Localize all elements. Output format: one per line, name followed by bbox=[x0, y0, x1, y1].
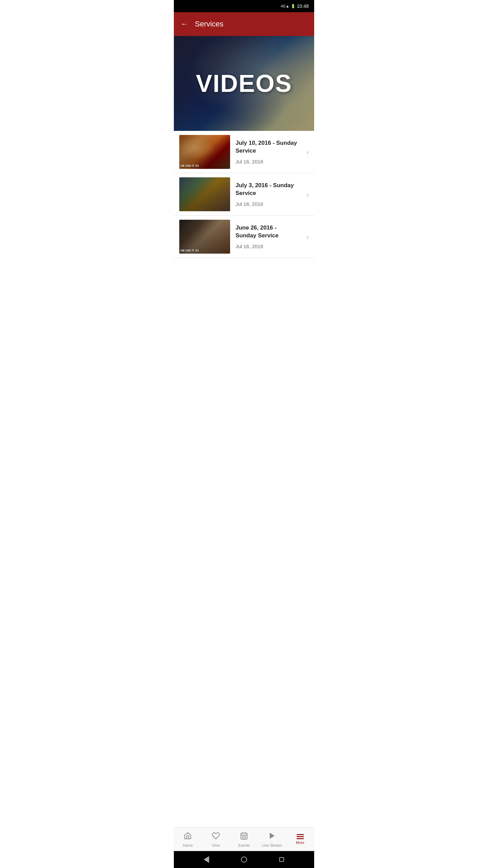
list-item[interactable]: HE DID IT 23 July 10, 2016 - Sunday Serv… bbox=[174, 131, 314, 173]
video-thumbnail bbox=[179, 177, 230, 211]
nav-label-give: Give bbox=[212, 843, 220, 847]
android-nav-bar bbox=[174, 851, 314, 868]
hero-title: VIDEOS bbox=[196, 70, 292, 97]
header: ← Services bbox=[174, 12, 314, 36]
thumb-label-1: HE DID IT 23 bbox=[181, 164, 199, 167]
calendar-icon bbox=[240, 832, 248, 842]
chevron-right-icon: › bbox=[306, 191, 309, 198]
thumb-label-3: HE DID IT 23 bbox=[181, 249, 199, 252]
list-item[interactable]: HE DID IT 23 June 26, 2016 - Sunday Serv… bbox=[174, 216, 314, 258]
signal-icon: 4G▲ bbox=[281, 4, 289, 8]
chevron-right-icon: › bbox=[306, 233, 309, 241]
nav-label-home: Home bbox=[183, 843, 193, 847]
video-info: July 3, 2016 - Sunday Service Jul 16, 20… bbox=[230, 179, 304, 209]
nav-item-events[interactable]: Events bbox=[230, 828, 258, 851]
video-info: June 26, 2016 - Sunday Service Jul 16, 2… bbox=[230, 221, 304, 252]
nav-label-livestream: Live Stream bbox=[262, 843, 282, 847]
nav-label-more: More bbox=[296, 841, 304, 845]
video-date: Jul 16, 2016 bbox=[236, 243, 298, 249]
status-icons: 4G▲ 🔋 10:48 bbox=[281, 3, 309, 9]
nav-item-home[interactable]: Home bbox=[174, 828, 202, 851]
video-date: Jul 16, 2016 bbox=[236, 159, 298, 164]
bottom-navigation: Home Give Events bbox=[174, 827, 314, 851]
play-icon bbox=[268, 832, 276, 842]
nav-item-more[interactable]: More bbox=[286, 828, 314, 851]
svg-marker-11 bbox=[270, 833, 274, 839]
video-thumbnail: HE DID IT 23 bbox=[179, 220, 230, 254]
list-item[interactable]: July 3, 2016 - Sunday Service Jul 16, 20… bbox=[174, 173, 314, 216]
nav-item-give[interactable]: Give bbox=[202, 828, 230, 851]
nav-label-events: Events bbox=[238, 843, 250, 847]
home-icon bbox=[184, 832, 192, 842]
page-title: Services bbox=[195, 20, 223, 28]
time-display: 10:48 bbox=[297, 3, 309, 9]
menu-icon bbox=[297, 834, 304, 839]
android-back-button[interactable] bbox=[203, 856, 210, 863]
video-title: June 26, 2016 - Sunday Service bbox=[236, 224, 298, 239]
video-info: July 10, 2016 - Sunday Service Jul 16, 2… bbox=[230, 137, 304, 167]
back-button[interactable]: ← bbox=[181, 20, 188, 28]
heart-icon bbox=[212, 832, 220, 842]
android-home-button[interactable] bbox=[241, 856, 247, 863]
nav-item-livestream[interactable]: Live Stream bbox=[258, 828, 286, 851]
video-title: July 3, 2016 - Sunday Service bbox=[236, 182, 298, 197]
video-thumbnail: HE DID IT 23 bbox=[179, 135, 230, 169]
video-list: HE DID IT 23 July 10, 2016 - Sunday Serv… bbox=[174, 131, 314, 258]
hero-banner: VIDEOS bbox=[174, 36, 314, 131]
battery-icon: 🔋 bbox=[291, 4, 296, 8]
chevron-right-icon: › bbox=[306, 148, 309, 156]
video-date: Jul 16, 2016 bbox=[236, 201, 298, 207]
video-title: July 10, 2016 - Sunday Service bbox=[236, 139, 298, 154]
content-area bbox=[174, 258, 314, 360]
status-bar: 4G▲ 🔋 10:48 bbox=[174, 0, 314, 12]
android-recent-button[interactable] bbox=[278, 856, 285, 863]
